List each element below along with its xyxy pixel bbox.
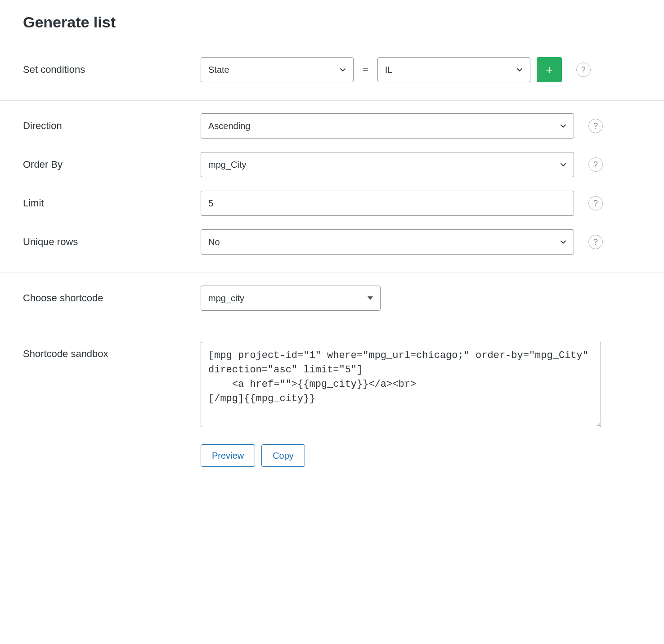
limit-input[interactable]: [201, 191, 574, 216]
chevron-down-icon: [338, 65, 348, 75]
unique-rows-label: Unique rows: [23, 236, 201, 248]
order-by-select[interactable]: mpg_City: [201, 152, 574, 177]
plus-icon: +: [546, 63, 552, 77]
help-icon[interactable]: ?: [588, 119, 603, 133]
unique-rows-value: No: [208, 237, 220, 247]
chevron-down-icon: [558, 160, 568, 170]
help-icon[interactable]: ?: [588, 157, 603, 172]
direction-value: Ascending: [208, 121, 250, 131]
choose-shortcode-label: Choose shortcode: [23, 292, 201, 304]
condition-field-value: State: [208, 65, 229, 75]
choose-shortcode-value: mpg_city: [208, 293, 244, 304]
unique-rows-select[interactable]: No: [201, 229, 574, 255]
chevron-down-icon: [558, 121, 568, 131]
choose-shortcode-select[interactable]: mpg_city: [201, 286, 381, 311]
triangle-down-icon: [368, 296, 373, 300]
equals-operator: =: [360, 64, 371, 76]
direction-label: Direction: [23, 120, 201, 132]
help-icon[interactable]: ?: [576, 63, 591, 77]
condition-value-text: IL: [385, 65, 393, 75]
chevron-down-icon: [558, 237, 568, 247]
limit-label: Limit: [23, 197, 201, 209]
condition-field-select[interactable]: State: [201, 57, 354, 82]
help-icon[interactable]: ?: [588, 235, 603, 249]
condition-value-select[interactable]: IL: [377, 57, 530, 82]
preview-button[interactable]: Preview: [201, 444, 255, 467]
shortcode-sandbox-label: Shortcode sandbox: [23, 342, 201, 360]
chevron-down-icon: [515, 65, 525, 75]
help-icon[interactable]: ?: [588, 196, 603, 210]
order-by-value: mpg_City: [208, 160, 246, 170]
copy-button[interactable]: Copy: [261, 444, 305, 467]
order-by-label: Order By: [23, 159, 201, 170]
page-title: Generate list: [0, 0, 664, 31]
shortcode-sandbox-textarea[interactable]: [201, 342, 601, 427]
direction-select[interactable]: Ascending: [201, 113, 574, 139]
add-condition-button[interactable]: +: [537, 57, 562, 82]
set-conditions-label: Set conditions: [23, 64, 201, 76]
